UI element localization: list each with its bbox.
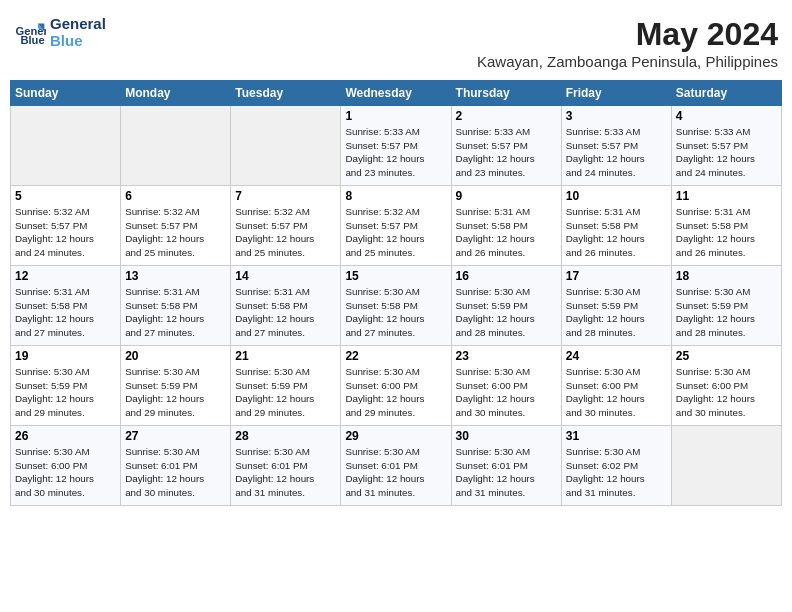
day-number: 21	[235, 349, 336, 363]
day-number: 25	[676, 349, 777, 363]
calendar-cell: 1Sunrise: 5:33 AMSunset: 5:57 PMDaylight…	[341, 106, 451, 186]
title-block: May 2024 Kawayan, Zamboanga Peninsula, P…	[477, 16, 778, 70]
day-number: 16	[456, 269, 557, 283]
day-number: 11	[676, 189, 777, 203]
day-number: 26	[15, 429, 116, 443]
day-number: 3	[566, 109, 667, 123]
day-info: Sunrise: 5:30 AMSunset: 6:00 PMDaylight:…	[345, 365, 446, 420]
day-info: Sunrise: 5:30 AMSunset: 5:59 PMDaylight:…	[456, 285, 557, 340]
calendar-cell: 20Sunrise: 5:30 AMSunset: 5:59 PMDayligh…	[121, 346, 231, 426]
day-header-monday: Monday	[121, 81, 231, 106]
calendar-body: 1Sunrise: 5:33 AMSunset: 5:57 PMDaylight…	[11, 106, 782, 506]
calendar-cell: 17Sunrise: 5:30 AMSunset: 5:59 PMDayligh…	[561, 266, 671, 346]
calendar-cell	[671, 426, 781, 506]
day-header-sunday: Sunday	[11, 81, 121, 106]
day-info: Sunrise: 5:30 AMSunset: 6:01 PMDaylight:…	[456, 445, 557, 500]
calendar-cell: 21Sunrise: 5:30 AMSunset: 5:59 PMDayligh…	[231, 346, 341, 426]
day-number: 5	[15, 189, 116, 203]
day-header-friday: Friday	[561, 81, 671, 106]
day-number: 10	[566, 189, 667, 203]
month-year: May 2024	[477, 16, 778, 53]
day-info: Sunrise: 5:30 AMSunset: 6:00 PMDaylight:…	[676, 365, 777, 420]
calendar-cell: 19Sunrise: 5:30 AMSunset: 5:59 PMDayligh…	[11, 346, 121, 426]
day-header-saturday: Saturday	[671, 81, 781, 106]
calendar-cell: 2Sunrise: 5:33 AMSunset: 5:57 PMDaylight…	[451, 106, 561, 186]
calendar-cell: 14Sunrise: 5:31 AMSunset: 5:58 PMDayligh…	[231, 266, 341, 346]
calendar-week-1: 1Sunrise: 5:33 AMSunset: 5:57 PMDaylight…	[11, 106, 782, 186]
day-info: Sunrise: 5:33 AMSunset: 5:57 PMDaylight:…	[676, 125, 777, 180]
day-info: Sunrise: 5:31 AMSunset: 5:58 PMDaylight:…	[15, 285, 116, 340]
calendar-week-4: 19Sunrise: 5:30 AMSunset: 5:59 PMDayligh…	[11, 346, 782, 426]
calendar-cell: 16Sunrise: 5:30 AMSunset: 5:59 PMDayligh…	[451, 266, 561, 346]
calendar-cell: 29Sunrise: 5:30 AMSunset: 6:01 PMDayligh…	[341, 426, 451, 506]
day-number: 27	[125, 429, 226, 443]
day-info: Sunrise: 5:30 AMSunset: 5:59 PMDaylight:…	[15, 365, 116, 420]
day-number: 22	[345, 349, 446, 363]
day-info: Sunrise: 5:32 AMSunset: 5:57 PMDaylight:…	[15, 205, 116, 260]
day-info: Sunrise: 5:33 AMSunset: 5:57 PMDaylight:…	[456, 125, 557, 180]
logo-line1: General	[50, 16, 106, 33]
calendar-cell: 18Sunrise: 5:30 AMSunset: 5:59 PMDayligh…	[671, 266, 781, 346]
day-number: 6	[125, 189, 226, 203]
day-number: 30	[456, 429, 557, 443]
day-number: 12	[15, 269, 116, 283]
calendar-cell: 6Sunrise: 5:32 AMSunset: 5:57 PMDaylight…	[121, 186, 231, 266]
day-number: 7	[235, 189, 336, 203]
day-info: Sunrise: 5:32 AMSunset: 5:57 PMDaylight:…	[345, 205, 446, 260]
day-info: Sunrise: 5:30 AMSunset: 5:59 PMDaylight:…	[566, 285, 667, 340]
logo: General Blue General Blue	[14, 16, 106, 49]
day-number: 29	[345, 429, 446, 443]
day-info: Sunrise: 5:30 AMSunset: 6:01 PMDaylight:…	[345, 445, 446, 500]
day-number: 31	[566, 429, 667, 443]
calendar-week-2: 5Sunrise: 5:32 AMSunset: 5:57 PMDaylight…	[11, 186, 782, 266]
calendar-cell: 15Sunrise: 5:30 AMSunset: 5:58 PMDayligh…	[341, 266, 451, 346]
day-number: 14	[235, 269, 336, 283]
day-number: 15	[345, 269, 446, 283]
location: Kawayan, Zamboanga Peninsula, Philippine…	[477, 53, 778, 70]
day-info: Sunrise: 5:30 AMSunset: 5:59 PMDaylight:…	[125, 365, 226, 420]
day-header-wednesday: Wednesday	[341, 81, 451, 106]
calendar-cell: 7Sunrise: 5:32 AMSunset: 5:57 PMDaylight…	[231, 186, 341, 266]
day-info: Sunrise: 5:31 AMSunset: 5:58 PMDaylight:…	[125, 285, 226, 340]
day-info: Sunrise: 5:33 AMSunset: 5:57 PMDaylight:…	[345, 125, 446, 180]
calendar-cell: 24Sunrise: 5:30 AMSunset: 6:00 PMDayligh…	[561, 346, 671, 426]
page-header: General Blue General Blue May 2024 Kaway…	[10, 10, 782, 76]
calendar-cell: 9Sunrise: 5:31 AMSunset: 5:58 PMDaylight…	[451, 186, 561, 266]
calendar-cell: 28Sunrise: 5:30 AMSunset: 6:01 PMDayligh…	[231, 426, 341, 506]
day-number: 18	[676, 269, 777, 283]
calendar-cell: 25Sunrise: 5:30 AMSunset: 6:00 PMDayligh…	[671, 346, 781, 426]
calendar-cell: 12Sunrise: 5:31 AMSunset: 5:58 PMDayligh…	[11, 266, 121, 346]
svg-text:Blue: Blue	[20, 34, 44, 46]
day-info: Sunrise: 5:31 AMSunset: 5:58 PMDaylight:…	[456, 205, 557, 260]
day-number: 1	[345, 109, 446, 123]
day-info: Sunrise: 5:30 AMSunset: 6:02 PMDaylight:…	[566, 445, 667, 500]
calendar-cell: 3Sunrise: 5:33 AMSunset: 5:57 PMDaylight…	[561, 106, 671, 186]
day-number: 23	[456, 349, 557, 363]
calendar-cell: 8Sunrise: 5:32 AMSunset: 5:57 PMDaylight…	[341, 186, 451, 266]
calendar-week-3: 12Sunrise: 5:31 AMSunset: 5:58 PMDayligh…	[11, 266, 782, 346]
day-info: Sunrise: 5:30 AMSunset: 6:01 PMDaylight:…	[235, 445, 336, 500]
calendar-cell: 27Sunrise: 5:30 AMSunset: 6:01 PMDayligh…	[121, 426, 231, 506]
day-number: 13	[125, 269, 226, 283]
calendar-cell	[121, 106, 231, 186]
day-header-thursday: Thursday	[451, 81, 561, 106]
day-info: Sunrise: 5:30 AMSunset: 6:00 PMDaylight:…	[456, 365, 557, 420]
calendar-cell: 26Sunrise: 5:30 AMSunset: 6:00 PMDayligh…	[11, 426, 121, 506]
day-number: 24	[566, 349, 667, 363]
day-number: 19	[15, 349, 116, 363]
day-number: 17	[566, 269, 667, 283]
day-info: Sunrise: 5:32 AMSunset: 5:57 PMDaylight:…	[125, 205, 226, 260]
day-number: 9	[456, 189, 557, 203]
day-info: Sunrise: 5:30 AMSunset: 6:00 PMDaylight:…	[566, 365, 667, 420]
day-info: Sunrise: 5:30 AMSunset: 5:59 PMDaylight:…	[235, 365, 336, 420]
calendar-cell	[11, 106, 121, 186]
day-info: Sunrise: 5:31 AMSunset: 5:58 PMDaylight:…	[566, 205, 667, 260]
day-number: 4	[676, 109, 777, 123]
calendar-cell: 23Sunrise: 5:30 AMSunset: 6:00 PMDayligh…	[451, 346, 561, 426]
day-info: Sunrise: 5:30 AMSunset: 6:01 PMDaylight:…	[125, 445, 226, 500]
calendar-cell: 30Sunrise: 5:30 AMSunset: 6:01 PMDayligh…	[451, 426, 561, 506]
calendar-header-row: SundayMondayTuesdayWednesdayThursdayFrid…	[11, 81, 782, 106]
calendar-cell: 5Sunrise: 5:32 AMSunset: 5:57 PMDaylight…	[11, 186, 121, 266]
calendar-cell: 10Sunrise: 5:31 AMSunset: 5:58 PMDayligh…	[561, 186, 671, 266]
logo-icon: General Blue	[14, 17, 46, 49]
